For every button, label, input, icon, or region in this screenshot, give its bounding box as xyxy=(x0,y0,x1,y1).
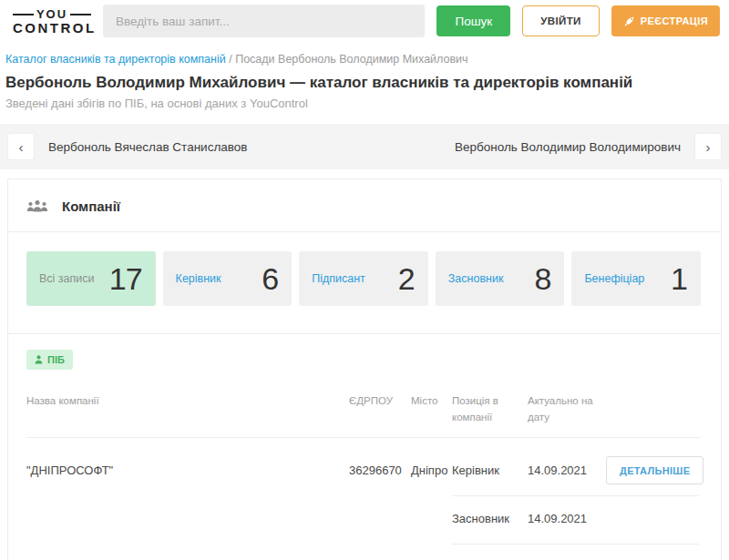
pib-filter-badge[interactable]: ПІБ xyxy=(26,350,73,370)
prev-person-button[interactable]: ‹ xyxy=(7,133,35,160)
col-header-edrpou: ЄДРПОУ xyxy=(349,393,411,410)
position-value: Бенефіціар xyxy=(452,545,528,560)
rocket-icon xyxy=(623,15,635,27)
details-button[interactable]: ДЕТАЛЬНІШЕ xyxy=(606,456,703,484)
col-header-city: Місто xyxy=(411,393,452,410)
logo-text-top: YOU xyxy=(36,7,67,21)
stat-value: 2 xyxy=(398,261,415,297)
stat-card-all-records[interactable]: Всі записи 17 xyxy=(26,251,156,306)
actual-date: Історичний зв'язок xyxy=(528,545,606,560)
col-header-date: Актуально на дату xyxy=(528,393,606,426)
stat-label: Керівник xyxy=(176,272,221,285)
person-pager: ‹ Вербоноль Вячеслав Станиславов Вербоно… xyxy=(0,124,729,169)
person-icon xyxy=(35,355,43,364)
pib-filter-label: ПІБ xyxy=(47,354,65,365)
next-person-button[interactable]: › xyxy=(694,133,722,160)
page-head: Каталог власників та директорів компаній… xyxy=(0,42,729,110)
breadcrumb: Каталог власників та директорів компаній… xyxy=(5,53,722,66)
register-button-label: РЕЄСТРАЦІЯ xyxy=(641,15,708,26)
stat-card-kerivnyk[interactable]: Керівник 6 xyxy=(163,251,293,306)
stat-value: 8 xyxy=(534,261,550,297)
stat-label: Засновник xyxy=(448,272,504,285)
stat-card-zasnovnyk[interactable]: Засновник 8 xyxy=(436,251,565,306)
companies-card: Компанії Всі записи 17 Керівник 6 Підпис… xyxy=(7,178,722,560)
chevron-right-icon: › xyxy=(706,139,711,155)
col-header-company: Назва компанії xyxy=(26,393,349,410)
companies-table: ПІБ Назва компанії ЄДРПОУ Місто Позиція … xyxy=(8,334,721,560)
position-value: Керівник xyxy=(452,463,528,491)
breadcrumb-current: Посади Вербоноль Володимир Михайлович xyxy=(235,53,467,66)
stat-value: 17 xyxy=(109,261,142,297)
companies-section-header: Компанії xyxy=(8,179,721,231)
stat-value: 1 xyxy=(671,261,687,297)
company-name: "ДНІПРОСОФТ" xyxy=(26,463,349,491)
company-city: Дніпро xyxy=(411,463,452,491)
next-person-label[interactable]: Вербоноль Володимир Володимирович xyxy=(455,140,681,154)
col-header-position: Позиція в компанії xyxy=(452,393,528,426)
logo-line xyxy=(13,14,34,15)
logo-text-bottom: CONTROL xyxy=(13,21,91,35)
table-subrow: Бенефіціар Історичний зв'язок xyxy=(26,544,701,560)
login-button[interactable]: УВІЙТИ xyxy=(522,5,600,36)
section-title: Компанії xyxy=(62,199,120,214)
stat-card-beneficiar[interactable]: Бенефіціар 1 xyxy=(571,251,701,306)
stats-row: Всі записи 17 Керівник 6 Підписант 2 Зас… xyxy=(8,232,721,333)
top-header: YOU CONTROL Пошук УВІЙТИ РЕЄСТРАЦІЯ xyxy=(0,0,729,42)
people-group-icon xyxy=(26,199,48,213)
table-row: "ДНІПРОСОФТ" 36296670 Дніпро Керівник 14… xyxy=(26,438,701,496)
page-title: Вербоноль Володимир Михайлович — каталог… xyxy=(5,74,722,92)
table-header-row: Назва компанії ЄДРПОУ Місто Позиція в ко… xyxy=(26,393,701,426)
prev-person-label[interactable]: Вербоноль Вячеслав Станиславов xyxy=(48,140,247,154)
company-edrpou: 36296670 xyxy=(349,463,411,491)
actual-date: 14.09.2021 xyxy=(528,463,606,491)
stat-label: Бенефіціар xyxy=(584,272,644,285)
stat-label: Всі записи xyxy=(39,272,95,285)
chevron-left-icon: ‹ xyxy=(19,139,24,155)
actual-date: 14.09.2021 xyxy=(528,496,606,544)
stat-card-pidpysant[interactable]: Підписант 2 xyxy=(299,251,428,306)
position-value: Засновник xyxy=(452,496,528,544)
stat-label: Підписант xyxy=(312,272,365,285)
search-input[interactable] xyxy=(103,5,425,37)
register-button[interactable]: РЕЄСТРАЦІЯ xyxy=(611,5,720,36)
search-button[interactable]: Пошук xyxy=(436,5,510,36)
table-subrow: Засновник 14.09.2021 xyxy=(26,495,701,544)
breadcrumb-separator: / xyxy=(226,53,235,66)
logo-line xyxy=(70,14,91,15)
youcontrol-logo[interactable]: YOU CONTROL xyxy=(13,7,91,35)
stat-value: 6 xyxy=(262,261,278,297)
page-subtitle: Зведені дані збігів по ПІБ, на основі да… xyxy=(5,97,722,110)
breadcrumb-catalog-link[interactable]: Каталог власників та директорів компаній xyxy=(5,53,226,66)
